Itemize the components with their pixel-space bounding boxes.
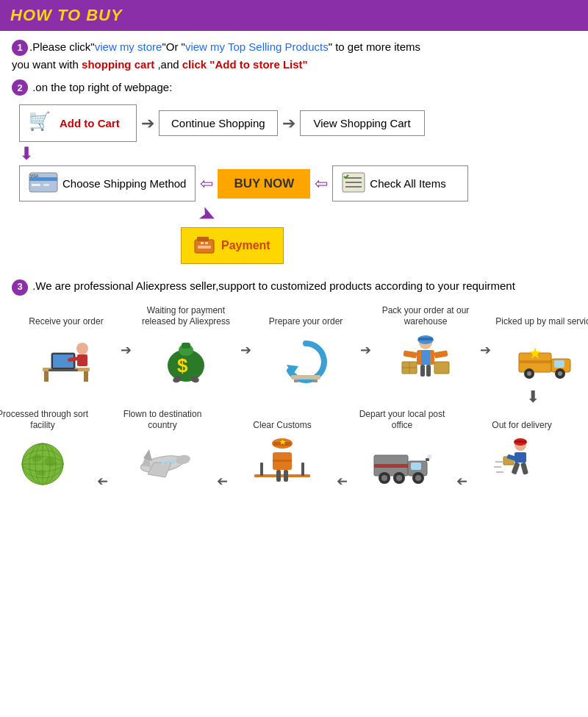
svg-text:🛒: 🛒 — [29, 111, 51, 132]
svg-rect-34 — [313, 379, 318, 382]
view-products-link[interactable]: view my Top Selling Products — [185, 40, 329, 53]
flow-diagram: 🛒 Add to Cart ➔ Continue Shopping ➔ View… — [12, 104, 576, 264]
svg-rect-40 — [403, 351, 417, 359]
svg-rect-18 — [84, 371, 88, 382]
order-flow: Receive your order — [12, 304, 576, 504]
svg-rect-17 — [44, 371, 49, 382]
svg-point-93 — [172, 460, 176, 463]
svg-point-52 — [527, 371, 531, 376]
pickup-label: Picked up by mail service — [495, 304, 588, 328]
order-item-customs: Clear Customs — [228, 408, 337, 490]
svg-point-75 — [415, 475, 421, 481]
prepare-label: Prepare your order — [269, 304, 343, 328]
receive-icon — [37, 331, 96, 386]
cart-icon: 🛒 — [29, 111, 55, 135]
svg-point-54 — [558, 371, 562, 376]
svg-rect-39 — [421, 350, 430, 365]
svg-point-106 — [37, 470, 46, 476]
arrow2: ➔ — [282, 114, 295, 133]
pickup-icon — [516, 331, 575, 386]
flight-icon — [133, 435, 192, 490]
view-cart-label: View Shopping Cart — [313, 117, 410, 129]
order-item-postoffice: Depart your local post office — [348, 408, 456, 490]
choose-shipping-box: VISA Choose Shipping Method — [19, 165, 196, 201]
svg-rect-21 — [49, 369, 78, 371]
register-icon — [193, 234, 215, 257]
svg-rect-86 — [301, 463, 304, 476]
continue-shopping-box: Continue Shopping — [159, 110, 278, 136]
buy-now-box: BUY NOW — [218, 169, 310, 199]
customs-label: Clear Customs — [253, 408, 311, 432]
h-arrow-b2: ➔ — [337, 446, 348, 490]
h-arrow-b1: ➔ — [456, 446, 467, 490]
main-content: 1.Please click"view my store"Or "view my… — [0, 31, 588, 512]
svg-rect-87 — [276, 470, 281, 482]
svg-rect-59 — [514, 452, 526, 463]
step2-label: .on the top right of webpage: — [32, 81, 172, 93]
svg-text:$: $ — [177, 354, 188, 377]
h-arrow4: ➔ — [480, 342, 491, 386]
svg-point-94 — [167, 460, 171, 464]
step1-number: 1 — [12, 40, 28, 56]
add-to-cart-box: 🛒 Add to Cart — [19, 104, 137, 142]
step2-section: 2 .on the top right of webpage: — [12, 79, 576, 96]
view-store-link[interactable]: view my store — [95, 40, 162, 53]
svg-rect-50 — [554, 360, 564, 368]
diag-arrow-icon: ➤ — [195, 201, 220, 230]
svg-rect-69 — [411, 463, 421, 470]
h-arrow3: ➔ — [360, 342, 371, 386]
arrow-left1: ⇦ — [200, 174, 213, 193]
payment-wait-icon: $ — [157, 331, 215, 386]
svg-rect-33 — [294, 379, 298, 382]
svg-rect-88 — [284, 470, 288, 482]
flow-row2: VISA Choose Shipping Method ⇦ BUY NOW ⇦ — [19, 165, 468, 201]
order-bottom-row: Out for delivery — [12, 408, 576, 490]
delivery-icon — [492, 435, 551, 490]
step1-line2: you want with shopping cart ,and click "… — [12, 58, 308, 71]
svg-point-73 — [396, 475, 402, 481]
svg-rect-13 — [198, 246, 211, 249]
svg-rect-4 — [32, 184, 40, 186]
payment-row: Payment — [19, 227, 284, 264]
h-arrow2: ➔ — [240, 342, 251, 386]
step1-suffix: " to get more items — [329, 40, 420, 53]
postoffice-icon — [373, 435, 431, 490]
svg-rect-46 — [420, 365, 425, 377]
svg-rect-83 — [273, 460, 292, 462]
svg-rect-14 — [201, 242, 204, 244]
svg-rect-58 — [514, 440, 526, 443]
svg-rect-5 — [43, 184, 49, 186]
h-arrow-b3: ➔ — [217, 446, 228, 490]
payment-label: Payment — [221, 239, 270, 252]
svg-point-22 — [76, 343, 88, 354]
check-items-label: Check All Items — [370, 177, 445, 190]
svg-rect-61 — [520, 463, 528, 475]
order-item-payment: Waiting for payment released by Aliexpre… — [132, 304, 240, 386]
continue-shopping-label: Continue Shopping — [171, 117, 265, 129]
order-item-delivery: Out for delivery — [467, 408, 576, 490]
svg-rect-85 — [260, 463, 263, 476]
add-to-cart-label: Add to Cart — [60, 117, 120, 129]
view-cart-box: View Shopping Cart — [300, 110, 425, 136]
order-item-prepare: Prepare your order — [251, 304, 360, 386]
receive-label: Receive your order — [29, 304, 103, 328]
flight-label: Flown to destination country — [108, 408, 217, 432]
svg-point-95 — [162, 461, 165, 465]
svg-rect-12 — [197, 237, 209, 241]
step3-section: 3 .We are professional Aliexpress seller… — [12, 277, 576, 295]
diag-arrow: ➤ — [19, 203, 216, 227]
customs-icon — [253, 435, 312, 490]
step2-number: 2 — [12, 79, 28, 96]
order-item-pickup: Picked up by mail service — [491, 304, 588, 386]
arrow1: ➔ — [141, 114, 154, 133]
h-arrow1: ➔ — [121, 342, 132, 386]
order-item-sort: Processed through sort facility — [0, 408, 97, 490]
order-item-flight: Flown to destination country — [108, 408, 217, 490]
svg-rect-23 — [77, 354, 87, 366]
page-title: HOW TO BUY — [10, 6, 123, 25]
check-items-box: Check All Items — [332, 165, 468, 201]
svg-text:VISA: VISA — [30, 174, 39, 178]
order-item-pack: Pack your order at our warehouse — [371, 304, 480, 386]
step3-text: .We are professional Aliexpress seller,s… — [32, 279, 515, 292]
delivery-label: Out for delivery — [492, 408, 551, 432]
